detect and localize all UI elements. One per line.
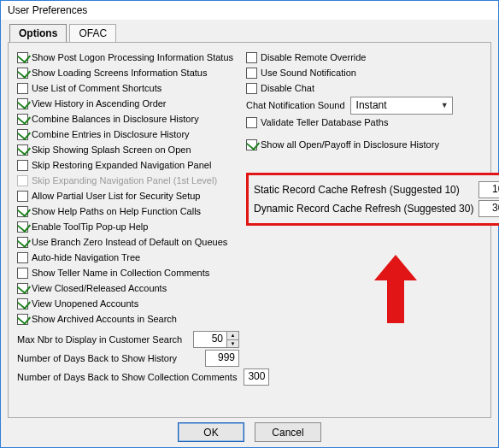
- chk-combine-entries[interactable]: [17, 129, 28, 140]
- window-title: User Preferences: [1, 1, 498, 20]
- select-chat-sound[interactable]: Instant ▼: [350, 97, 453, 115]
- lbl-show-help-paths: Show Help Paths on Help Function Calls: [32, 203, 201, 219]
- chk-skip-expand-nav: [17, 175, 28, 186]
- tab-ofac[interactable]: OFAC: [69, 24, 116, 42]
- lbl-comment-shortcuts: Use List of Comment Shortcuts: [32, 80, 161, 96]
- tab-strip: Options OFAC: [9, 23, 498, 42]
- chevron-down-icon: ▼: [441, 97, 449, 113]
- chk-disable-remote[interactable]: [246, 52, 257, 63]
- lbl-show-loading-screens: Show Loading Screens Information Status: [32, 65, 207, 80]
- chk-combine-balances[interactable]: [17, 114, 28, 125]
- lbl-allow-partial-user: Allow Partial User List for Security Set…: [32, 188, 200, 203]
- options-right-column: Disable Remote Override Use Sound Notifi…: [246, 50, 499, 386]
- chk-show-open-payoff[interactable]: [246, 139, 257, 150]
- lbl-use-sound: Use Sound Notification: [261, 65, 356, 80]
- lbl-combine-entries: Combine Entries in Disclosure History: [32, 127, 190, 142]
- dialog-buttons: OK Cancel: [1, 422, 498, 442]
- user-preferences-window: User Preferences Options OFAC Show Post …: [0, 0, 499, 448]
- lbl-branch-zero: Use Branch Zero Instead of Default on Qu…: [32, 234, 227, 250]
- tab-panel-options: Show Post Logon Processing Information S…: [8, 42, 491, 418]
- tab-options[interactable]: Options: [9, 24, 67, 42]
- lbl-combine-balances: Combine Balances in Disclosure History: [32, 111, 199, 127]
- chk-show-archived[interactable]: [17, 314, 28, 325]
- annotation-arrow-icon: [374, 255, 417, 323]
- cache-refresh-highlight-box: Static Record Cache Refresh (Suggested 1…: [246, 173, 499, 226]
- chk-view-closed[interactable]: [17, 283, 28, 294]
- lbl-view-closed: View Closed/Released Accounts: [32, 280, 167, 296]
- chk-skip-splash[interactable]: [17, 144, 28, 156]
- lbl-max-nbr: Max Nbr to Display in Customer Search: [17, 334, 186, 345]
- spinner-max-nbr[interactable]: ▲▼: [227, 331, 239, 348]
- lbl-skip-restore-nav: Skip Restoring Expanded Navigation Panel: [32, 157, 211, 173]
- lbl-teller-name-collection: Show Teller Name in Collection Comments: [32, 265, 209, 280]
- lbl-autohide-nav: Auto-hide Navigation Tree: [32, 250, 140, 265]
- chevron-down-icon[interactable]: ▼: [227, 340, 238, 348]
- chk-show-loading-screens[interactable]: [17, 68, 28, 79]
- lbl-show-open-payoff: Show all Open/Payoff in Disclosure Histo…: [261, 137, 439, 152]
- chk-teller-name-collection[interactable]: [17, 268, 28, 279]
- lbl-disable-remote: Disable Remote Override: [261, 50, 367, 65]
- input-days-history[interactable]: 999: [205, 350, 239, 367]
- lbl-view-unopened: View Unopened Accounts: [32, 296, 138, 311]
- lbl-disable-chat: Disable Chat: [261, 80, 314, 96]
- lbl-chat-sound: Chat Notification Sound: [246, 97, 345, 113]
- select-chat-sound-value: Instant: [356, 97, 387, 113]
- chk-disable-chat[interactable]: [246, 83, 257, 94]
- chk-validate-teller-paths[interactable]: [246, 117, 257, 128]
- lbl-show-post-logon: Show Post Logon Processing Information S…: [32, 50, 233, 65]
- lbl-skip-expand-nav: Skip Expanding Navigation Panel (1st Lev…: [32, 173, 217, 188]
- chk-comment-shortcuts[interactable]: [17, 83, 28, 94]
- input-static-cache[interactable]: 10: [478, 181, 499, 198]
- lbl-days-history: Number of Days Back to Show History: [17, 353, 198, 363]
- chk-view-unopened[interactable]: [17, 298, 28, 309]
- chk-use-sound[interactable]: [246, 68, 257, 79]
- lbl-view-history-asc: View History in Ascending Order: [32, 96, 167, 111]
- input-max-nbr[interactable]: 50: [193, 331, 227, 348]
- chk-view-history-asc[interactable]: [17, 98, 28, 109]
- input-dynamic-cache[interactable]: 30: [478, 200, 499, 217]
- cancel-button[interactable]: Cancel: [255, 422, 321, 442]
- chk-show-help-paths[interactable]: [17, 206, 28, 217]
- options-left-column: Show Post Logon Processing Information S…: [17, 50, 239, 386]
- lbl-validate-teller-paths: Validate Teller Database Paths: [261, 115, 388, 130]
- lbl-show-archived: Show Archived Accounts in Search: [32, 311, 177, 327]
- chk-skip-restore-nav[interactable]: [17, 160, 28, 171]
- chevron-up-icon[interactable]: ▲: [227, 332, 238, 340]
- lbl-static-cache: Static Record Cache Refresh (Suggested 1…: [254, 184, 473, 196]
- chk-autohide-nav[interactable]: [17, 252, 28, 263]
- chk-show-post-logon[interactable]: [17, 52, 28, 63]
- lbl-dynamic-cache: Dynamic Record Cache Refresh (Suggested …: [254, 203, 473, 215]
- lbl-days-collection: Number of Days Back to Show Collection C…: [17, 372, 237, 382]
- chk-allow-partial-user[interactable]: [17, 191, 28, 202]
- chk-branch-zero[interactable]: [17, 237, 28, 248]
- lbl-enable-tooltip: Enable ToolTip Pop-up Help: [32, 219, 148, 234]
- lbl-skip-splash: Skip Showing Splash Screen on Open: [32, 142, 191, 157]
- chk-enable-tooltip[interactable]: [17, 221, 28, 233]
- ok-button[interactable]: OK: [178, 422, 244, 442]
